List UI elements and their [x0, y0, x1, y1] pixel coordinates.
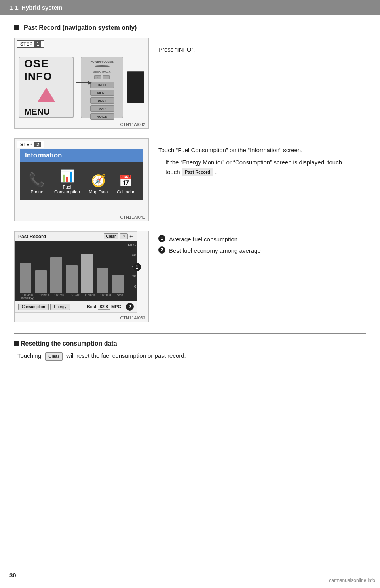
display-menu: MENU [24, 107, 50, 117]
step1-row: STEP 1 OSE INFO MENU POWER·VOLUME [14, 38, 366, 129]
bar-3 [50, 257, 62, 293]
step3-row: Past Record Clear ? ↩ [14, 231, 366, 322]
pr-header-btns: Clear ? ↩ [104, 233, 134, 239]
step2-image: STEP 2 Information 📞 Phone 📊 FuelConsump… [14, 138, 149, 221]
bar-6 [97, 268, 108, 293]
btn-voice: VOICE [90, 113, 114, 120]
info-icon-mapdata: 🧭 Map Data [89, 174, 108, 194]
btn-map: MAP [90, 105, 114, 112]
watermark: carmanualsonline.info [329, 578, 375, 583]
step2-caption: CTN11AI041 [120, 215, 145, 220]
display-arrow [38, 88, 55, 102]
pr-clear-btn[interactable]: Clear [104, 233, 119, 239]
callout-2-badge: 2 [126, 303, 134, 311]
badge-2: 2 [158, 246, 165, 254]
badge-1: 1 [158, 235, 165, 242]
header-bar: 1-1. Hybrid system [0, 0, 380, 15]
header-title: 1-1. Hybrid system [10, 4, 62, 11]
knob [95, 65, 110, 67]
btn-info: INFO [90, 82, 114, 88]
info-icon-phone: 📞 Phone [28, 172, 45, 194]
callout-1-badge: 1 [133, 263, 141, 271]
bullet-square-2 [14, 341, 19, 346]
bar-2 [35, 270, 47, 293]
pr-best-value: 82.3 [98, 304, 110, 310]
info-screen-header: Information [20, 149, 143, 162]
info-screen: Information 📞 Phone 📊 FuelConsumption 🧭 [20, 149, 143, 200]
step3-caption: CTN11AI063 [120, 315, 145, 320]
past-record-inline-btn[interactable]: Past Record [182, 168, 213, 176]
reset-text: Touching Clear will reset the fuel consu… [17, 351, 366, 361]
btn-menu: MENU [90, 90, 114, 96]
section-divider [14, 333, 366, 334]
clear-inline-btn[interactable]: Clear [45, 352, 63, 361]
numbered-item-1: 1 Average fuel consumption [158, 235, 261, 243]
console-display: OSE INFO MENU [19, 57, 74, 118]
arrow-pointer [76, 81, 92, 85]
step2-desc: Touch “Fuel Consumption” on the “Informa… [158, 138, 366, 176]
section-resetting: Resetting the consumption data Touching … [14, 340, 366, 361]
numbered-items: 1 Average fuel consumption 2 Best fuel e… [158, 235, 261, 258]
btn-dest: DEST [90, 97, 114, 104]
pr-energy-btn[interactable]: Energy [50, 304, 70, 310]
display-ose-info: OSE INFO [24, 57, 68, 83]
numbered-item-2: 2 Best fuel economy among average [158, 246, 261, 255]
bar-1 [20, 263, 31, 293]
info-icon-calendar: 📅 Calendar [117, 174, 135, 194]
bar-7 [112, 275, 124, 293]
pr-consumption-btn[interactable]: Consumption [18, 304, 49, 310]
pr-x-labels: 11/14/08(mm/dd/yy) 11/15/08 11/16/08 11/… [15, 293, 137, 301]
past-record-screen: Past Record Clear ? ↩ [15, 231, 137, 313]
page-number: 30 [10, 572, 16, 578]
pr-header: Past Record Clear ? ↩ [15, 232, 137, 241]
step1-image: STEP 1 OSE INFO MENU POWER·VOLUME [14, 38, 149, 129]
pr-best-row: Best 82.3 MPG [87, 304, 121, 310]
step2-row: STEP 2 Information 📞 Phone 📊 FuelConsump… [14, 138, 366, 221]
reset-title: Resetting the consumption data [14, 340, 366, 347]
info-icons-row: 📞 Phone 📊 FuelConsumption 🧭 Map Data [20, 162, 143, 200]
step2-indent: If the “Energy Monitor” or “Consumption”… [165, 158, 366, 176]
callout-circle-1: 1 [133, 263, 141, 271]
pr-title: Past Record [18, 234, 46, 239]
bar-5 [81, 254, 93, 293]
control-panel: POWER·VOLUME SEEK·TRACK ○ ○ INFO MENU DE… [81, 57, 123, 118]
bullet-square [14, 25, 19, 30]
black-screen [127, 71, 144, 103]
step1-desc: Press “INFO”. [158, 38, 366, 54]
step1-badge: STEP 1 [17, 40, 44, 48]
pr-chart: MPG 60 40 20 0 1 [15, 241, 137, 293]
step2-badge: STEP 2 [17, 141, 44, 148]
info-icon-fuel: 📊 FuelConsumption [54, 169, 80, 194]
bar-4 [66, 265, 77, 293]
step3-image: Past Record Clear ? ↩ [14, 231, 149, 322]
callout-circle-2: 2 [126, 303, 134, 311]
pr-question-btn[interactable]: ? [120, 233, 128, 239]
step1-caption: CTN11AI032 [120, 122, 145, 127]
pr-footer: Consumption Energy Best 82.3 MPG 2 [15, 301, 137, 312]
section1-title: Past Record (navigation system only) [14, 24, 366, 31]
pr-back-icon[interactable]: ↩ [129, 233, 134, 239]
section-past-record: Past Record (navigation system only) STE… [14, 24, 366, 322]
